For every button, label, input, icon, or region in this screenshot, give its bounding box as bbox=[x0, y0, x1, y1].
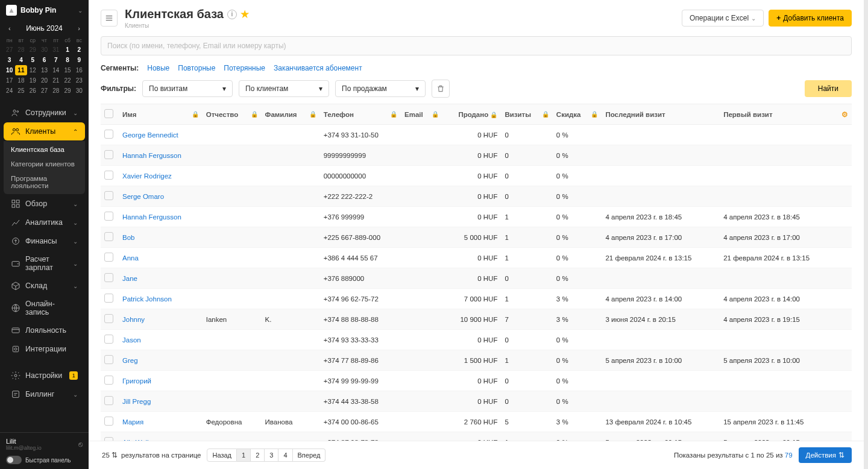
row-checkbox[interactable] bbox=[104, 191, 113, 200]
cal-day[interactable]: 30 bbox=[74, 86, 85, 96]
table-row[interactable]: Hannah Fergusson+376 9999990 HUF10 %4 ап… bbox=[101, 207, 852, 227]
cal-day-prev[interactable]: 29 bbox=[27, 45, 39, 55]
row-checkbox[interactable] bbox=[104, 232, 113, 241]
cal-day[interactable]: 13 bbox=[39, 65, 50, 75]
cal-day[interactable]: 26 bbox=[27, 86, 39, 96]
cal-day[interactable]: 6 bbox=[39, 55, 50, 65]
table-row[interactable]: Serge Omaro+222 222-222-20 HUF00 % bbox=[101, 186, 852, 207]
actions-button[interactable]: Действия ⇅ bbox=[799, 447, 852, 463]
info-icon[interactable]: i bbox=[227, 10, 237, 19]
excel-operations-button[interactable]: Операции с Excel ⌄ bbox=[682, 10, 764, 27]
col-phone[interactable]: Телефон 🔒 bbox=[320, 104, 401, 125]
table-row[interactable]: Patrick Johnson+374 96 62-75-727 000 HUF… bbox=[101, 289, 852, 309]
cal-day[interactable]: 7 bbox=[50, 55, 61, 65]
row-checkbox[interactable] bbox=[104, 294, 113, 303]
calendar-next[interactable]: › bbox=[75, 25, 83, 32]
page-1[interactable]: 1 bbox=[237, 449, 251, 462]
nav-sub-client-categories[interactable]: Категории клиентов bbox=[4, 157, 85, 171]
nav-integrations[interactable]: Интеграции bbox=[4, 340, 85, 358]
find-button[interactable]: Найти bbox=[805, 80, 852, 97]
vertical-scrollbar[interactable] bbox=[864, 0, 868, 469]
cal-day[interactable]: 5 bbox=[27, 55, 39, 65]
cal-day[interactable]: 28 bbox=[50, 86, 61, 96]
table-row[interactable]: JohnnyIankenK.+374 88 88-88-8810 900 HUF… bbox=[101, 309, 852, 330]
cal-day-prev[interactable]: 28 bbox=[15, 45, 27, 55]
cal-day-prev[interactable]: 31 bbox=[50, 45, 61, 55]
cal-day[interactable]: 17 bbox=[4, 75, 15, 86]
col-discount[interactable]: Скидка 🔒 bbox=[553, 104, 602, 125]
row-checkbox[interactable] bbox=[104, 150, 113, 159]
cal-day[interactable]: 11 bbox=[15, 65, 27, 75]
row-checkbox[interactable] bbox=[104, 314, 113, 323]
table-row[interactable]: МарияФедоровнаИванова+374 00 00-86-652 7… bbox=[101, 412, 852, 432]
nav-payroll[interactable]: Расчет зарплат ⌄ bbox=[4, 251, 85, 276]
cal-day-prev[interactable]: 30 bbox=[39, 45, 50, 55]
col-last[interactable]: Фамилия 🔒 bbox=[262, 104, 320, 125]
row-checkbox[interactable] bbox=[104, 273, 113, 282]
menu-toggle-button[interactable] bbox=[101, 10, 118, 27]
nav-booking[interactable]: Онлайн-запись bbox=[4, 295, 85, 321]
cal-day[interactable]: 8 bbox=[61, 55, 73, 65]
col-name[interactable]: Имя 🔒 bbox=[119, 104, 203, 125]
row-checkbox[interactable] bbox=[104, 355, 113, 364]
table-row[interactable]: Jane+376 8890000 HUF00 % bbox=[101, 268, 852, 289]
table-row[interactable]: Hannah Fergusson999999999990 HUF00 % bbox=[101, 145, 852, 166]
nav-overview[interactable]: Обзор ⌄ bbox=[4, 195, 85, 213]
filter-sales-dropdown[interactable]: По продажам ▾ bbox=[335, 80, 426, 97]
cal-day[interactable]: 19 bbox=[27, 75, 39, 86]
gear-icon[interactable]: ⚙ bbox=[841, 111, 848, 118]
cal-day[interactable]: 25 bbox=[15, 86, 27, 96]
client-name-link[interactable]: Greg bbox=[122, 357, 138, 364]
row-checkbox[interactable] bbox=[104, 253, 113, 262]
cal-day[interactable]: 3 bbox=[4, 55, 15, 65]
client-name-link[interactable]: Xavier Rodrigez bbox=[122, 172, 172, 180]
table-row[interactable]: Григорий+374 99 99-99-990 HUF00 % bbox=[101, 371, 852, 391]
client-name-link[interactable]: Serge Omaro bbox=[122, 193, 164, 200]
cal-day[interactable]: 16 bbox=[74, 65, 85, 75]
client-name-link[interactable]: Hannah Fergusson bbox=[122, 213, 181, 221]
nav-stock[interactable]: Склад ⌄ bbox=[4, 277, 85, 295]
client-name-link[interactable]: Hannah Fergusson bbox=[122, 152, 181, 159]
table-row[interactable]: Anna+386 4 444 55 670 HUF10 %21 февраля … bbox=[101, 248, 852, 268]
table-row[interactable]: Ally Walker+374 87 98-78-780 HUF10 %5 ап… bbox=[101, 432, 852, 441]
nav-analytics[interactable]: Аналитика ⌄ bbox=[4, 213, 85, 231]
cal-day[interactable]: 2 bbox=[74, 45, 85, 55]
total-count-link[interactable]: 79 bbox=[785, 452, 793, 459]
filter-clients-dropdown[interactable]: По клиентам ▾ bbox=[239, 80, 329, 97]
page-4[interactable]: 4 bbox=[278, 449, 292, 462]
col-sold[interactable]: Продано 🔒 bbox=[442, 104, 501, 125]
cal-day-prev[interactable]: 27 bbox=[4, 45, 15, 55]
row-checkbox[interactable] bbox=[104, 335, 113, 344]
client-name-link[interactable]: Jill Pregg bbox=[122, 398, 151, 405]
row-checkbox[interactable] bbox=[104, 130, 113, 139]
client-name-link[interactable]: Johnny bbox=[122, 316, 145, 323]
col-middle[interactable]: Отчество 🔒 bbox=[203, 104, 262, 125]
search-input[interactable] bbox=[101, 36, 852, 55]
nav-clients[interactable]: Клиенты ⌃ bbox=[4, 122, 85, 140]
calendar-prev[interactable]: ‹ bbox=[6, 25, 13, 32]
clear-filters-button[interactable] bbox=[432, 80, 450, 98]
cal-day[interactable]: 22 bbox=[61, 75, 73, 86]
cal-day[interactable]: 4 bbox=[15, 55, 27, 65]
client-name-link[interactable]: Мария bbox=[122, 418, 143, 426]
client-name-link[interactable]: Jason bbox=[122, 336, 141, 344]
client-name-link[interactable]: George Bennedict bbox=[122, 131, 178, 139]
col-first-visit[interactable]: Первый визит bbox=[720, 104, 838, 125]
table-row[interactable]: George Bennedict+374 93 31-10-500 HUF00 … bbox=[101, 125, 852, 145]
client-name-link[interactable]: Bob bbox=[122, 234, 134, 241]
quick-panel-toggle[interactable] bbox=[6, 456, 22, 464]
cal-day[interactable]: 18 bbox=[15, 75, 27, 86]
filter-visits-dropdown[interactable]: По визитам ▾ bbox=[142, 80, 233, 97]
table-row[interactable]: Jason+374 93 33-33-330 HUF00 % bbox=[101, 330, 852, 350]
page-next[interactable]: Вперед bbox=[293, 449, 326, 462]
nav-billing[interactable]: Биллинг ⌄ bbox=[4, 385, 85, 403]
page-prev[interactable]: Назад bbox=[207, 449, 237, 462]
segment-repeat[interactable]: Повторные bbox=[178, 64, 215, 72]
cal-day[interactable]: 21 bbox=[50, 75, 61, 86]
add-client-button[interactable]: + Добавить клиента bbox=[769, 10, 852, 27]
client-name-link[interactable]: Anna bbox=[122, 254, 139, 262]
client-name-link[interactable]: Григорий bbox=[122, 377, 151, 385]
logout-icon[interactable]: ⎋ bbox=[78, 440, 83, 449]
row-checkbox[interactable] bbox=[104, 417, 113, 426]
page-2[interactable]: 2 bbox=[251, 449, 265, 462]
